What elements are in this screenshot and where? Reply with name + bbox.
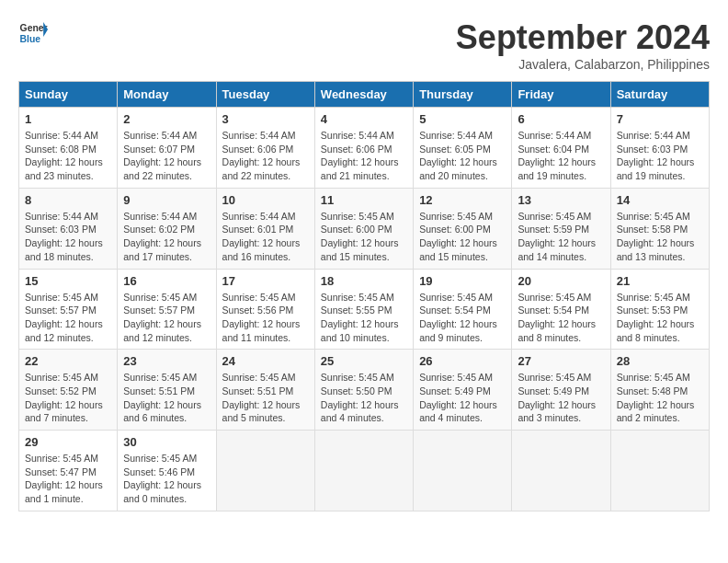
- calendar-cell: 13Sunrise: 5:45 AMSunset: 5:59 PMDayligh…: [512, 188, 610, 269]
- calendar-cell: 22Sunrise: 5:45 AMSunset: 5:52 PMDayligh…: [19, 350, 118, 431]
- day-detail: Sunrise: 5:45 AMSunset: 5:57 PMDaylight:…: [25, 291, 111, 345]
- day-detail: Sunrise: 5:44 AMSunset: 6:01 PMDaylight:…: [222, 210, 309, 264]
- day-number: 25: [321, 354, 407, 368]
- day-detail: Sunrise: 5:45 AMSunset: 5:56 PMDaylight:…: [222, 291, 309, 345]
- logo: General Blue: [18, 18, 48, 48]
- calendar-cell: 19Sunrise: 5:45 AMSunset: 5:54 PMDayligh…: [414, 269, 512, 350]
- day-number: 7: [617, 112, 703, 126]
- weekday-header-friday: Friday: [512, 82, 610, 108]
- calendar-cell: 17Sunrise: 5:45 AMSunset: 5:56 PMDayligh…: [216, 269, 314, 350]
- day-detail: Sunrise: 5:44 AMSunset: 6:03 PMDaylight:…: [25, 210, 111, 264]
- calendar-cell: 1Sunrise: 5:44 AMSunset: 6:08 PMDaylight…: [19, 108, 118, 189]
- calendar-cell: 3Sunrise: 5:44 AMSunset: 6:06 PMDaylight…: [216, 108, 314, 189]
- day-number: 13: [518, 193, 604, 207]
- day-number: 22: [25, 354, 111, 368]
- calendar-cell: 23Sunrise: 5:45 AMSunset: 5:51 PMDayligh…: [118, 350, 216, 431]
- day-number: 24: [222, 354, 309, 368]
- day-detail: Sunrise: 5:44 AMSunset: 6:06 PMDaylight:…: [321, 129, 407, 183]
- calendar-cell: 7Sunrise: 5:44 AMSunset: 6:03 PMDaylight…: [610, 108, 709, 189]
- calendar-cell: 6Sunrise: 5:44 AMSunset: 6:04 PMDaylight…: [512, 108, 610, 189]
- calendar-body: 1Sunrise: 5:44 AMSunset: 6:08 PMDaylight…: [19, 108, 710, 511]
- day-number: 2: [123, 112, 210, 126]
- day-detail: Sunrise: 5:45 AMSunset: 5:48 PMDaylight:…: [617, 371, 703, 425]
- calendar-cell: 12Sunrise: 5:45 AMSunset: 6:00 PMDayligh…: [414, 188, 512, 269]
- day-number: 8: [25, 193, 111, 207]
- day-number: 10: [222, 193, 309, 207]
- day-number: 18: [321, 274, 407, 288]
- day-detail: Sunrise: 5:45 AMSunset: 5:55 PMDaylight:…: [321, 291, 407, 345]
- calendar-cell: 14Sunrise: 5:45 AMSunset: 5:58 PMDayligh…: [610, 188, 709, 269]
- calendar-cell: 9Sunrise: 5:44 AMSunset: 6:02 PMDaylight…: [118, 188, 216, 269]
- calendar-header-row: SundayMondayTuesdayWednesdayThursdayFrid…: [19, 82, 710, 108]
- calendar-cell: 11Sunrise: 5:45 AMSunset: 6:00 PMDayligh…: [314, 188, 413, 269]
- day-number: 20: [518, 274, 604, 288]
- calendar-cell: 4Sunrise: 5:44 AMSunset: 6:06 PMDaylight…: [314, 108, 413, 189]
- day-detail: Sunrise: 5:45 AMSunset: 5:51 PMDaylight:…: [123, 371, 210, 425]
- calendar-week-row: 29Sunrise: 5:45 AMSunset: 5:47 PMDayligh…: [19, 431, 710, 511]
- calendar-cell: 27Sunrise: 5:45 AMSunset: 5:49 PMDayligh…: [512, 350, 610, 431]
- calendar-cell: [314, 431, 413, 511]
- calendar-cell: 21Sunrise: 5:45 AMSunset: 5:53 PMDayligh…: [610, 269, 709, 350]
- day-number: 17: [222, 274, 309, 288]
- day-detail: Sunrise: 5:44 AMSunset: 6:04 PMDaylight:…: [518, 129, 604, 183]
- day-number: 15: [25, 274, 111, 288]
- day-detail: Sunrise: 5:45 AMSunset: 5:49 PMDaylight:…: [419, 371, 506, 425]
- day-number: 14: [617, 193, 703, 207]
- page-header: General Blue September 2024 Javalera, Ca…: [18, 18, 710, 72]
- calendar-cell: [512, 431, 610, 511]
- weekday-header-tuesday: Tuesday: [216, 82, 314, 108]
- calendar-cell: 24Sunrise: 5:45 AMSunset: 5:51 PMDayligh…: [216, 350, 314, 431]
- day-number: 11: [321, 193, 407, 207]
- weekday-header-thursday: Thursday: [414, 82, 512, 108]
- calendar-cell: [610, 431, 709, 511]
- day-number: 6: [518, 112, 604, 126]
- day-number: 28: [617, 354, 703, 368]
- calendar-table: SundayMondayTuesdayWednesdayThursdayFrid…: [18, 81, 710, 511]
- day-detail: Sunrise: 5:44 AMSunset: 6:02 PMDaylight:…: [123, 210, 210, 264]
- calendar-cell: 16Sunrise: 5:45 AMSunset: 5:57 PMDayligh…: [118, 269, 216, 350]
- day-number: 1: [25, 112, 111, 126]
- calendar-cell: 20Sunrise: 5:45 AMSunset: 5:54 PMDayligh…: [512, 269, 610, 350]
- day-detail: Sunrise: 5:44 AMSunset: 6:03 PMDaylight:…: [617, 129, 703, 183]
- weekday-header-sunday: Sunday: [19, 82, 118, 108]
- calendar-cell: [216, 431, 314, 511]
- day-detail: Sunrise: 5:45 AMSunset: 5:46 PMDaylight:…: [123, 452, 210, 506]
- day-detail: Sunrise: 5:45 AMSunset: 5:54 PMDaylight:…: [419, 291, 506, 345]
- day-detail: Sunrise: 5:45 AMSunset: 5:54 PMDaylight:…: [518, 291, 604, 345]
- day-detail: Sunrise: 5:45 AMSunset: 6:00 PMDaylight:…: [321, 210, 407, 264]
- day-detail: Sunrise: 5:45 AMSunset: 5:51 PMDaylight:…: [222, 371, 309, 425]
- day-detail: Sunrise: 5:44 AMSunset: 6:06 PMDaylight:…: [222, 129, 309, 183]
- day-number: 12: [419, 193, 506, 207]
- day-detail: Sunrise: 5:45 AMSunset: 5:59 PMDaylight:…: [518, 210, 604, 264]
- day-number: 5: [419, 112, 506, 126]
- calendar-cell: 15Sunrise: 5:45 AMSunset: 5:57 PMDayligh…: [19, 269, 118, 350]
- month-title: September 2024: [456, 18, 710, 57]
- day-number: 9: [123, 193, 210, 207]
- day-number: 29: [25, 435, 111, 449]
- calendar-week-row: 1Sunrise: 5:44 AMSunset: 6:08 PMDaylight…: [19, 108, 710, 189]
- day-number: 16: [123, 274, 210, 288]
- calendar-cell: 8Sunrise: 5:44 AMSunset: 6:03 PMDaylight…: [19, 188, 118, 269]
- logo-icon: General Blue: [18, 18, 48, 48]
- calendar-cell: 28Sunrise: 5:45 AMSunset: 5:48 PMDayligh…: [610, 350, 709, 431]
- calendar-cell: 29Sunrise: 5:45 AMSunset: 5:47 PMDayligh…: [19, 431, 118, 511]
- day-detail: Sunrise: 5:44 AMSunset: 6:07 PMDaylight:…: [123, 129, 210, 183]
- calendar-week-row: 22Sunrise: 5:45 AMSunset: 5:52 PMDayligh…: [19, 350, 710, 431]
- calendar-week-row: 15Sunrise: 5:45 AMSunset: 5:57 PMDayligh…: [19, 269, 710, 350]
- calendar-cell: 2Sunrise: 5:44 AMSunset: 6:07 PMDaylight…: [118, 108, 216, 189]
- weekday-header-saturday: Saturday: [610, 82, 709, 108]
- day-detail: Sunrise: 5:45 AMSunset: 5:50 PMDaylight:…: [321, 371, 407, 425]
- day-number: 19: [419, 274, 506, 288]
- calendar-cell: 26Sunrise: 5:45 AMSunset: 5:49 PMDayligh…: [414, 350, 512, 431]
- day-detail: Sunrise: 5:45 AMSunset: 5:47 PMDaylight:…: [25, 452, 111, 506]
- location-subtitle: Javalera, Calabarzon, Philippines: [456, 57, 710, 72]
- day-detail: Sunrise: 5:45 AMSunset: 6:00 PMDaylight:…: [419, 210, 506, 264]
- day-number: 4: [321, 112, 407, 126]
- calendar-cell: 30Sunrise: 5:45 AMSunset: 5:46 PMDayligh…: [118, 431, 216, 511]
- title-area: September 2024 Javalera, Calabarzon, Phi…: [456, 18, 710, 72]
- calendar-cell: 10Sunrise: 5:44 AMSunset: 6:01 PMDayligh…: [216, 188, 314, 269]
- day-number: 21: [617, 274, 703, 288]
- day-detail: Sunrise: 5:44 AMSunset: 6:05 PMDaylight:…: [419, 129, 506, 183]
- day-number: 3: [222, 112, 309, 126]
- calendar-cell: 25Sunrise: 5:45 AMSunset: 5:50 PMDayligh…: [314, 350, 413, 431]
